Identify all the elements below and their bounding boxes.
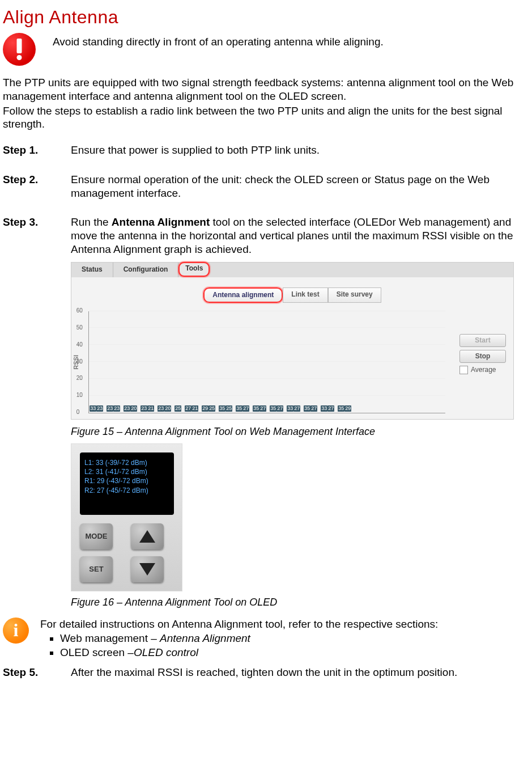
- figure-16-caption: Figure 16 – Antenna Alignment Tool on OL…: [71, 596, 529, 609]
- page-title: Align Antenna: [3, 6, 529, 28]
- info-b2-pre: OLED screen –: [60, 646, 134, 658]
- intro-paragraph-1: The PTP units are equipped with two sign…: [3, 76, 529, 103]
- bar-value-label: 27: [293, 405, 300, 412]
- oled-line-2: L2: 31 (-41/-72 dBm): [84, 467, 169, 476]
- bar-value-label: 23: [158, 405, 164, 412]
- bar-value-label: 27: [310, 405, 317, 412]
- step-label: Step 3.: [3, 215, 71, 229]
- chart-side-controls: Start Stop Average: [459, 334, 510, 374]
- bar-value-label: 23: [141, 405, 147, 412]
- y-tick: 10: [76, 392, 83, 399]
- average-label: Average: [471, 366, 496, 374]
- bar-value-label: 35: [304, 405, 310, 412]
- subtab-link-test[interactable]: Link test: [283, 287, 327, 303]
- bar-value-label: 20: [130, 405, 137, 412]
- up-button[interactable]: [131, 523, 164, 549]
- info-b1-pre: Web management –: [60, 632, 160, 644]
- step3-bold: Antenna Alignment: [112, 216, 210, 228]
- bar-value-label: 23: [107, 405, 113, 412]
- tab-tools[interactable]: Tools: [178, 262, 210, 277]
- warning-text: Avoid standing directly in front of an o…: [53, 34, 384, 49]
- y-tick: 40: [76, 341, 83, 349]
- bar-value-label: 35: [253, 405, 259, 412]
- bar-value-label: 20: [164, 405, 171, 412]
- bar-value-label: 33: [321, 405, 327, 412]
- bar-value-label: 33: [287, 405, 293, 412]
- info-heading: For detailed instructions on Antenna Ali…: [40, 617, 438, 631]
- step-3: Step 3. Run the Antenna Alignment tool o…: [3, 215, 529, 256]
- bar-value-label: 27: [259, 405, 266, 412]
- oled-screen: L1: 33 (-39/-72 dBm) L2: 31 (-41/-72 dBm…: [80, 452, 174, 515]
- bars-container: 3323232323202321232025272129253525352735…: [90, 311, 444, 413]
- bar-value-label: 35: [236, 405, 242, 412]
- y-tick: 50: [76, 324, 83, 332]
- bar-value-label: 23: [113, 405, 120, 412]
- y-tick: 20: [76, 375, 83, 383]
- bar-value-label: 35: [338, 405, 344, 412]
- y-tick: 60: [76, 307, 83, 315]
- oled-line-3: R1: 29 (-43/-72 dBm): [84, 476, 169, 485]
- figure-15-caption: Figure 15 – Antenna Alignment Tool on We…: [71, 425, 529, 438]
- warning-icon: [3, 33, 36, 66]
- oled-line-4: R2: 27 (-45/-72 dBm): [84, 486, 169, 495]
- info-callout: For detailed instructions on Antenna Ali…: [3, 617, 529, 660]
- stop-button[interactable]: Stop: [459, 350, 506, 363]
- set-button[interactable]: SET: [80, 556, 113, 582]
- step-body: Ensure that power is supplied to both PT…: [71, 143, 529, 157]
- bar-value-label: 33: [90, 405, 96, 412]
- info-body: For detailed instructions on Antenna Ali…: [40, 617, 438, 660]
- bar-value-label: 25: [175, 405, 181, 412]
- y-tick: 0: [76, 409, 80, 416]
- checkbox-icon[interactable]: [459, 366, 468, 374]
- tab-configuration[interactable]: Configuration: [113, 263, 179, 277]
- average-checkbox-row[interactable]: Average: [459, 366, 510, 374]
- oled-button-pad: MODE SET: [80, 523, 173, 582]
- tab-status[interactable]: Status: [71, 263, 113, 277]
- step-5: Step 5. After the maximal RSSI is reache…: [3, 666, 529, 679]
- mode-button[interactable]: MODE: [80, 523, 113, 549]
- info-bullet-1: Web management – Antenna Alignment: [60, 632, 438, 645]
- subtab-antenna-alignment[interactable]: Antenna alignment: [203, 287, 283, 303]
- bar-value-label: 27: [242, 405, 249, 412]
- subtab-site-survey[interactable]: Site survey: [328, 287, 381, 303]
- bar-value-label: 35: [270, 405, 276, 412]
- bar-value-label: 23: [124, 405, 130, 412]
- bar-value-label: 25: [225, 405, 232, 412]
- info-icon: [3, 617, 29, 644]
- bar-value-label: 29: [344, 405, 351, 412]
- step-label: Step 5.: [3, 666, 71, 679]
- oled-line-1: L1: 33 (-39/-72 dBm): [84, 458, 169, 467]
- bar-value-label: 25: [208, 405, 215, 412]
- intro-paragraph-2: Follow the steps to establish a radio li…: [3, 104, 529, 132]
- bar-value-label: 35: [219, 405, 225, 412]
- step-body: Run the Antenna Alignment tool on the se…: [71, 215, 529, 256]
- step-label: Step 2.: [3, 173, 71, 187]
- warning-callout: Avoid standing directly in front of an o…: [3, 34, 529, 66]
- info-b1-italic: Antenna Alignment: [160, 632, 250, 644]
- step3-pre: Run the: [71, 216, 112, 228]
- bar-value-label: 27: [327, 405, 334, 412]
- rssi-chart: RSSI 33232323232023212320252721292535253…: [71, 306, 513, 419]
- step-body: After the maximal RSSI is reached, tight…: [71, 666, 529, 679]
- start-button[interactable]: Start: [459, 334, 506, 347]
- down-button[interactable]: [131, 556, 164, 582]
- main-tab-bar: Status Configuration Tools: [71, 263, 513, 277]
- bar-value-label: 29: [202, 405, 208, 412]
- step-label: Step 1.: [3, 143, 71, 157]
- info-b2-italic: OLED control: [134, 646, 198, 658]
- triangle-up-icon: [139, 530, 155, 543]
- y-tick: 30: [76, 358, 83, 366]
- step-body: Ensure normal operation of the unit: che…: [71, 173, 529, 200]
- bar-value-label: 21: [191, 405, 198, 412]
- figure-16-oled: L1: 33 (-39/-72 dBm) L2: 31 (-41/-72 dBm…: [71, 443, 182, 591]
- step-2: Step 2. Ensure normal operation of the u…: [3, 173, 529, 200]
- step-1: Step 1. Ensure that power is supplied to…: [3, 143, 529, 157]
- bar-value-label: 27: [185, 405, 191, 412]
- bar-value-label: 23: [96, 405, 103, 412]
- bar-value-label: 27: [276, 405, 283, 412]
- sub-tab-bar: Antenna alignment Link test Site survey: [71, 287, 513, 303]
- info-bullet-2: OLED screen –OLED control: [60, 646, 438, 659]
- bar-value-label: 21: [147, 405, 154, 412]
- triangle-down-icon: [139, 563, 155, 576]
- chart-plot-area: 3323232323202321232025272129253525352735…: [88, 311, 445, 413]
